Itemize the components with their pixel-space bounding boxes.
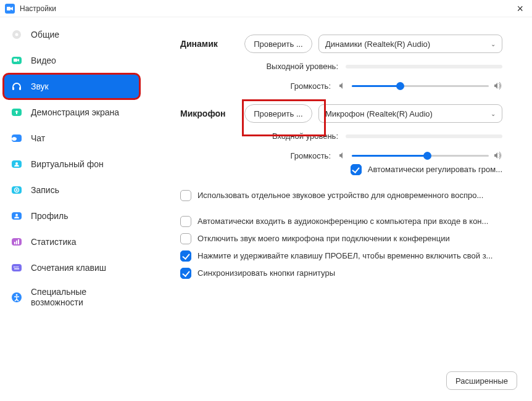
svg-rect-24 <box>14 268 19 270</box>
input-level-meter <box>346 134 502 138</box>
mic-volume-slider[interactable] <box>352 149 489 162</box>
output-level-label: Выходной уровень: <box>266 62 338 71</box>
profile-icon <box>10 209 23 223</box>
audio-settings-panel: Динамик Проверить ... Динамики (Realtek(… <box>143 17 532 401</box>
accessibility-icon <box>10 291 23 304</box>
svg-rect-20 <box>12 264 22 271</box>
speaker-test-button[interactable]: Проверить ... <box>244 35 312 53</box>
sidebar-item-video[interactable]: Видео <box>4 48 139 73</box>
svg-point-26 <box>16 294 18 296</box>
push-to-talk-checkbox[interactable] <box>180 250 191 262</box>
sidebar-item-label: Сочетания клавиш <box>31 263 106 273</box>
separate-device-checkbox[interactable] <box>180 190 191 201</box>
speaker-device-select[interactable]: Динамики (Realtek(R) Audio) ⌄ <box>318 35 502 53</box>
gear-icon <box>10 28 23 41</box>
sidebar-item-label: Демонстрация экрана <box>31 107 119 118</box>
chevron-down-icon: ⌄ <box>491 41 496 48</box>
auto-join-audio-checkbox[interactable] <box>180 216 191 227</box>
chevron-down-icon: ⌄ <box>491 110 496 117</box>
separate-device-label: Использовать отдельное звуковое устройст… <box>197 190 502 201</box>
output-level-meter <box>346 65 502 68</box>
speaker-section-label: Динамик <box>180 39 244 49</box>
sidebar-item-label: Звук <box>31 81 49 92</box>
svg-rect-21 <box>14 267 15 268</box>
sync-headset-label: Синхронизировать кнопки гарнитуры <box>197 268 502 279</box>
svg-rect-6 <box>19 87 21 90</box>
sidebar-item-label: Общие <box>31 30 59 40</box>
svg-point-15 <box>15 214 18 217</box>
auto-join-audio-label: Автоматически входить в аудиоконференцию… <box>197 216 502 227</box>
sync-headset-checkbox[interactable] <box>180 268 191 279</box>
svg-rect-18 <box>16 241 17 244</box>
sidebar-item-shortcuts[interactable]: Сочетания клавиш <box>4 255 139 280</box>
svg-point-10 <box>15 162 18 165</box>
app-icon <box>5 4 15 14</box>
video-icon <box>10 54 23 67</box>
speaker-volume-slider[interactable] <box>352 80 489 92</box>
auto-gain-label: Автоматически регулировать гром... <box>368 164 502 175</box>
svg-point-2 <box>15 33 19 36</box>
sidebar-item-chat[interactable]: Чат <box>4 126 139 151</box>
volume-low-icon <box>338 81 347 90</box>
record-icon <box>10 183 23 197</box>
mic-section-label: Микрофон <box>180 109 244 118</box>
window-title: Настройки <box>20 4 56 13</box>
mic-device-select[interactable]: Микрофон (Realtek(R) Audio) ⌄ <box>318 104 502 123</box>
speaker-device-value: Динамики (Realtek(R) Audio) <box>325 39 430 49</box>
push-to-talk-label: Нажмите и удерживайте клавишу ПРОБЕЛ, чт… <box>197 250 502 262</box>
input-level-label: Входной уровень: <box>272 131 338 141</box>
sidebar-item-label: Чат <box>31 133 45 144</box>
sidebar-item-virtual-bg[interactable]: Виртуальный фон <box>4 152 139 176</box>
sidebar-item-label: Виртуальный фон <box>31 159 104 170</box>
sidebar-item-audio[interactable]: Звук <box>4 74 139 99</box>
svg-rect-5 <box>12 87 14 90</box>
volume-high-icon <box>494 81 502 90</box>
stats-icon <box>10 235 23 249</box>
sidebar-item-share[interactable]: Демонстрация экрана <box>4 100 139 125</box>
sidebar-item-general[interactable]: Общие <box>4 22 139 47</box>
volume-high-icon <box>494 151 502 160</box>
sidebar-item-label: Запись <box>31 185 59 196</box>
speaker-volume-label: Громкость: <box>290 81 331 91</box>
headphones-icon <box>10 80 23 93</box>
sidebar-item-label: Профиль <box>31 211 68 221</box>
sidebar-item-label: Видео <box>31 56 56 66</box>
mute-on-join-checkbox[interactable] <box>180 233 191 244</box>
mic-volume-label: Громкость: <box>290 151 331 160</box>
mute-on-join-label: Отключить звук моего микрофона при подкл… <box>197 233 502 244</box>
share-screen-icon <box>10 105 23 119</box>
svg-rect-23 <box>17 267 19 268</box>
sidebar-item-accessibility[interactable]: Специальные возможности <box>4 281 139 313</box>
mic-test-button[interactable]: Проверить ... <box>244 104 312 123</box>
background-icon <box>10 157 23 171</box>
sidebar-item-label: Специальные возможности <box>31 287 133 308</box>
sidebar-item-statistics[interactable]: Статистика <box>4 229 139 254</box>
keyboard-icon <box>10 261 23 275</box>
svg-rect-19 <box>18 239 19 244</box>
svg-rect-4 <box>14 59 17 62</box>
sidebar-item-recording[interactable]: Запись <box>4 178 139 202</box>
svg-rect-22 <box>15 267 17 268</box>
mic-device-value: Микрофон (Realtek(R) Audio) <box>325 109 433 118</box>
sidebar-item-label: Статистика <box>31 237 77 247</box>
sidebar: Общие Видео Звук Демонстрация экрана Чат… <box>0 17 143 401</box>
svg-rect-0 <box>7 7 10 10</box>
svg-point-13 <box>16 189 18 191</box>
volume-low-icon <box>338 151 347 160</box>
advanced-button[interactable]: Расширенные <box>446 371 517 390</box>
close-icon[interactable]: × <box>513 3 527 14</box>
sidebar-item-profile[interactable]: Профиль <box>4 204 139 228</box>
chat-icon <box>10 131 23 145</box>
svg-rect-17 <box>14 242 15 244</box>
auto-gain-checkbox[interactable] <box>351 164 362 175</box>
